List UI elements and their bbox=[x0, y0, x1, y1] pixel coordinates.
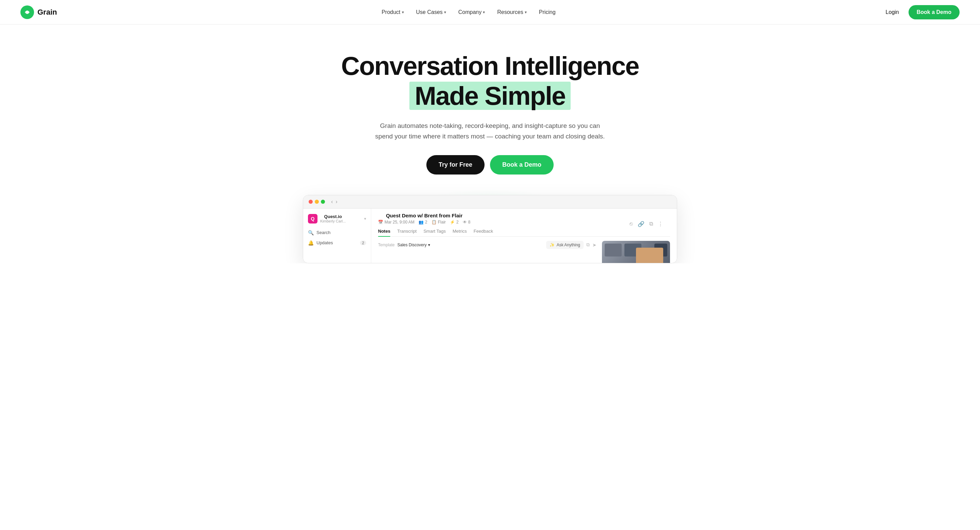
tab-notes[interactable]: Notes bbox=[378, 229, 390, 236]
search-icon: 🔍 bbox=[308, 230, 314, 235]
meeting-meta: 📅 Mar 25, 9:00 AM 👥 2 📋 Flair bbox=[378, 220, 470, 225]
meta-highlights: ⚡ 2 bbox=[450, 220, 459, 225]
meeting-info: Quest Demo w/ Brent from Flair 📅 Mar 25,… bbox=[378, 213, 470, 229]
app-main-header: Quest Demo w/ Brent from Flair 📅 Mar 25,… bbox=[378, 213, 670, 229]
company-info: Quest.io Kimberly Carl... bbox=[320, 214, 346, 223]
meta-views: 👁 8 bbox=[463, 220, 471, 225]
tab-smart-tags[interactable]: Smart Tags bbox=[423, 229, 446, 236]
book-demo-hero-button[interactable]: Book a Demo bbox=[490, 155, 554, 175]
grain-logo-icon bbox=[21, 5, 34, 19]
share-icon[interactable]: ⎋ bbox=[630, 221, 633, 227]
nav-product[interactable]: Product ▾ bbox=[377, 6, 408, 18]
briefcase-icon: 📋 bbox=[431, 220, 437, 225]
chevron-down-icon: ▾ bbox=[444, 10, 446, 14]
template-value[interactable]: Sales Discovery ▾ bbox=[398, 243, 430, 247]
chevron-down-icon: ▾ bbox=[402, 10, 404, 14]
app-main: Quest Demo w/ Brent from Flair 📅 Mar 25,… bbox=[371, 208, 677, 263]
close-dot[interactable] bbox=[309, 200, 313, 204]
template-label: Template bbox=[378, 243, 395, 247]
eye-icon: 👁 bbox=[463, 220, 467, 225]
svg-point-1 bbox=[26, 11, 29, 14]
book-demo-nav-button[interactable]: Book a Demo bbox=[908, 5, 959, 19]
sparkle-icon: ✨ bbox=[550, 243, 555, 247]
sidebar-item-updates[interactable]: 🔔 Updates 2 bbox=[303, 238, 371, 248]
brand-name: Grain bbox=[37, 8, 57, 17]
updates-badge: 2 bbox=[360, 241, 366, 245]
hero-cta-row: Try for Free Book a Demo bbox=[426, 155, 554, 175]
meeting-title: Quest Demo w/ Brent from Flair bbox=[378, 213, 470, 218]
company-sub: Kimberly Carl... bbox=[320, 219, 346, 223]
copy-icon[interactable]: ⧉ bbox=[586, 242, 590, 248]
window-chrome: ‹ › bbox=[303, 195, 677, 208]
nav-pricing[interactable]: Pricing bbox=[534, 6, 560, 18]
company-name: Quest.io bbox=[320, 214, 346, 219]
hero-title: Conversation Intelligence Made Simple bbox=[341, 52, 639, 110]
back-arrow-icon[interactable]: ‹ bbox=[331, 199, 333, 205]
meta-date: 📅 Mar 25, 9:00 AM bbox=[378, 220, 414, 225]
sidebar-item-search[interactable]: 🔍 Search bbox=[303, 228, 371, 238]
app-preview: ‹ › Q Quest.io Kimberly Carl... ▾ bbox=[303, 195, 677, 263]
send-icon[interactable]: ➤ bbox=[592, 242, 597, 248]
login-button[interactable]: Login bbox=[880, 6, 904, 18]
template-chevron-icon: ▾ bbox=[428, 243, 430, 247]
nav-links: Product ▾ Use Cases ▾ Company ▾ Resource… bbox=[377, 6, 560, 18]
bell-icon: 🔔 bbox=[308, 240, 314, 246]
company-logo-icon: Q bbox=[308, 214, 318, 224]
ask-anything-button[interactable]: ✨ Ask Anything bbox=[546, 241, 584, 249]
chevron-down-icon: ▾ bbox=[483, 10, 485, 14]
calendar-icon: 📅 bbox=[378, 220, 383, 225]
maximize-dot[interactable] bbox=[321, 200, 325, 204]
lightning-icon: ⚡ bbox=[450, 220, 455, 225]
brand-logo[interactable]: Grain bbox=[21, 5, 57, 19]
video-person bbox=[636, 248, 663, 263]
tab-metrics[interactable]: Metrics bbox=[453, 229, 467, 236]
nav-company[interactable]: Company ▾ bbox=[453, 6, 490, 18]
video-thumb-inner bbox=[602, 241, 670, 263]
video-thumbnail bbox=[602, 241, 670, 263]
navbar: Grain Product ▾ Use Cases ▾ Company ▾ Re… bbox=[0, 0, 980, 24]
window-dots bbox=[309, 200, 325, 204]
tab-transcript[interactable]: Transcript bbox=[397, 229, 417, 236]
people-icon: 👥 bbox=[418, 220, 424, 225]
meta-company: 📋 Flair bbox=[431, 220, 446, 225]
nav-use-cases[interactable]: Use Cases ▾ bbox=[411, 6, 451, 18]
notes-content: Template Sales Discovery ▾ ✨ Ask Anythin… bbox=[378, 241, 597, 252]
hero-section: Conversation Intelligence Made Simple Gr… bbox=[0, 24, 980, 263]
video-box-1 bbox=[605, 244, 622, 257]
minimize-dot[interactable] bbox=[315, 200, 319, 204]
app-sidebar: Q Quest.io Kimberly Carl... ▾ 🔍 Search 🔔… bbox=[303, 208, 371, 263]
more-icon[interactable]: ⋮ bbox=[658, 221, 663, 227]
chevron-down-icon: ▾ bbox=[525, 10, 527, 14]
app-topright-actions: ⎋ 🔗 ⧉ ⋮ bbox=[630, 217, 670, 227]
sidebar-chevron-icon: ▾ bbox=[364, 216, 366, 221]
forward-arrow-icon[interactable]: › bbox=[336, 199, 337, 205]
meta-participants: 👥 2 bbox=[418, 220, 427, 225]
hero-title-highlight: Made Simple bbox=[409, 82, 571, 110]
tab-feedback[interactable]: Feedback bbox=[474, 229, 493, 236]
sidebar-logo-row: Q Quest.io Kimberly Carl... ▾ bbox=[303, 213, 371, 228]
app-content-row: Template Sales Discovery ▾ ✨ Ask Anythin… bbox=[378, 241, 670, 263]
sidebar-company: Q Quest.io Kimberly Carl... bbox=[308, 214, 346, 224]
nav-actions: Login Book a Demo bbox=[880, 5, 959, 19]
try-free-button[interactable]: Try for Free bbox=[426, 155, 485, 175]
template-row: Template Sales Discovery ▾ ✨ Ask Anythin… bbox=[378, 241, 597, 249]
layers-icon[interactable]: ⧉ bbox=[649, 221, 653, 227]
nav-resources[interactable]: Resources ▾ bbox=[492, 6, 531, 18]
link-icon[interactable]: 🔗 bbox=[638, 221, 644, 227]
hero-subtitle: Grain automates note-taking, record-keep… bbox=[374, 121, 606, 141]
window-navigation: ‹ › bbox=[331, 199, 337, 205]
app-tabs: Notes Transcript Smart Tags Metrics Feed… bbox=[378, 229, 670, 237]
app-body: Q Quest.io Kimberly Carl... ▾ 🔍 Search 🔔… bbox=[303, 208, 677, 263]
